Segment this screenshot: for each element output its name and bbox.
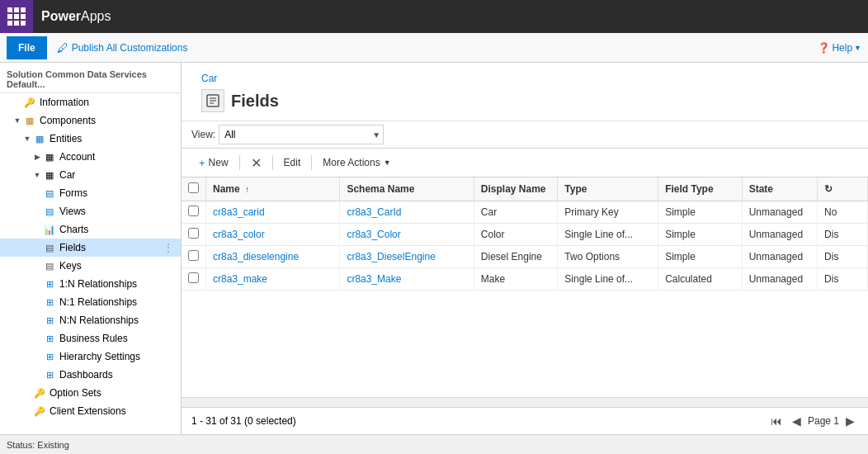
client-ext-icon: 🔑	[33, 404, 46, 418]
n1-rel-icon: ⊞	[43, 296, 56, 309]
col-header-schema[interactable]: Schema Name	[340, 177, 474, 201]
more-actions-button[interactable]: More Actions ▼	[315, 152, 398, 173]
command-bar: File 🖊 Publish All Customizations ❓ Help…	[0, 33, 868, 63]
sidebar-item-hier-settings[interactable]: ⊞ Hierarchy Settings	[0, 348, 181, 366]
first-page-button[interactable]: ⏮	[767, 413, 785, 429]
page-title: Fields	[231, 92, 279, 111]
sidebar-item-label: Business Rules	[59, 333, 128, 344]
row-req-cell: Dis	[818, 224, 868, 246]
more-actions-chevron-icon: ▼	[384, 158, 391, 167]
view-selector-row: View: All Custom Managed Unmanaged ▼	[182, 121, 868, 149]
sidebar-item-label: Forms	[59, 187, 87, 199]
row-name-link[interactable]: cr8a3_make	[213, 273, 267, 285]
file-button[interactable]: File	[7, 36, 47, 59]
expand-arrow-icon: ▼	[23, 135, 31, 143]
sidebar-item-label: Components	[40, 115, 96, 126]
row-state-cell: Unmanaged	[742, 268, 817, 291]
row-schema-link[interactable]: cr8a3_CarId	[347, 206, 401, 218]
delete-button[interactable]: ✕	[243, 152, 269, 173]
table-row: cr8a3_color cr8a3_Color Color Single Lin…	[182, 224, 868, 246]
resize-handle: ⋮	[163, 246, 174, 250]
row-name-link[interactable]: cr8a3_carid	[213, 206, 265, 218]
row-name-link[interactable]: cr8a3_dieselengine	[213, 251, 299, 262]
row-req-cell: No	[818, 201, 868, 224]
expand-arrow-icon	[23, 407, 31, 415]
sidebar-item-keys[interactable]: ▤ Keys	[0, 257, 181, 275]
sidebar-item-forms[interactable]: ▤ Forms	[0, 184, 181, 202]
expand-arrow-icon	[23, 389, 31, 397]
sidebar-item-fields[interactable]: ▤ Fields ⋮	[0, 239, 181, 257]
row-type-cell: Primary Key	[558, 201, 658, 224]
col-header-display[interactable]: Display Name	[474, 177, 558, 201]
col-header-type[interactable]: Type	[558, 177, 658, 201]
help-button[interactable]: ❓ Help ▼	[818, 42, 861, 54]
sidebar-item-label: Hierarchy Settings	[59, 351, 140, 362]
sidebar-item-components[interactable]: ▼ ▦ Components	[0, 111, 181, 130]
sidebar-item-entities[interactable]: ▼ ▦ Entities	[0, 130, 181, 148]
select-all-checkbox[interactable]	[188, 182, 199, 193]
sidebar-item-label: Entities	[50, 133, 82, 144]
row-checkbox[interactable]	[188, 272, 199, 283]
sidebar-item-biz-rules[interactable]: ⊞ Business Rules	[0, 329, 181, 348]
col-header-fieldtype[interactable]: Field Type	[658, 177, 743, 201]
edit-label: Edit	[284, 157, 301, 168]
sidebar-item-client-ext[interactable]: 🔑 Client Extensions	[0, 402, 181, 420]
row-display-cell: Car	[474, 201, 558, 224]
entity-icon	[201, 89, 224, 112]
row-checkbox[interactable]	[188, 250, 199, 261]
sidebar-item-label: N:1 Relationships	[59, 296, 137, 308]
car-icon: ▦	[43, 168, 56, 182]
sidebar-item-views[interactable]: ▤ Views	[0, 202, 181, 220]
row-checkbox[interactable]	[188, 228, 199, 239]
expand-arrow-icon: ▼	[33, 171, 41, 179]
biz-rules-icon: ⊞	[43, 332, 56, 345]
sidebar-item-car[interactable]: ▼ ▦ Car	[0, 166, 181, 184]
entities-icon: ▦	[33, 132, 46, 145]
new-label: New	[209, 157, 229, 168]
col-header-name[interactable]: Name ↑	[206, 177, 340, 201]
breadcrumb-car-link[interactable]: Car	[201, 73, 217, 84]
new-button[interactable]: + New	[191, 152, 236, 173]
sidebar-header: Solution Common Data Services Default...	[0, 63, 181, 93]
row-name-cell: cr8a3_dieselengine	[206, 246, 340, 268]
sidebar: Solution Common Data Services Default...…	[0, 63, 182, 434]
sidebar-item-charts[interactable]: 📊 Charts	[0, 220, 181, 239]
page-title-row: Fields	[191, 89, 858, 117]
row-state-cell: Unmanaged	[742, 246, 817, 268]
row-display-cell: Color	[474, 224, 558, 246]
status-bar: Status: Existing	[0, 434, 868, 454]
sidebar-item-nn-rel[interactable]: ⊞ N:N Relationships	[0, 311, 181, 329]
row-schema-link[interactable]: cr8a3_Color	[347, 229, 400, 240]
next-page-button[interactable]: ▶	[842, 413, 858, 429]
view-select[interactable]: All Custom Managed Unmanaged	[219, 125, 384, 144]
app-title: PowerApps	[33, 9, 111, 24]
information-icon: 🔑	[23, 96, 36, 109]
app-name-suffix: Apps	[81, 9, 111, 23]
sidebar-item-account[interactable]: ▶ ▦ Account	[0, 148, 181, 166]
row-schema-link[interactable]: cr8a3_DieselEngine	[347, 251, 435, 262]
view-label: View:	[191, 129, 215, 140]
publish-button[interactable]: 🖊 Publish All Customizations	[57, 41, 188, 54]
horizontal-scrollbar[interactable]	[182, 397, 868, 407]
row-fieldtype-cell: Simple	[658, 246, 743, 268]
sidebar-item-option-sets[interactable]: 🔑 Option Sets	[0, 384, 181, 402]
more-actions-label: More Actions	[323, 157, 380, 168]
col-header-req[interactable]: ↻	[818, 177, 868, 201]
row-fieldtype-cell: Calculated	[658, 268, 743, 291]
sidebar-item-1n-rel[interactable]: ⊞ 1:N Relationships	[0, 275, 181, 293]
prev-page-button[interactable]: ◀	[789, 413, 804, 429]
row-name-cell: cr8a3_carid	[206, 201, 340, 224]
col-header-state[interactable]: State	[742, 177, 817, 201]
views-icon: ▤	[43, 205, 56, 218]
row-name-link[interactable]: cr8a3_color	[213, 229, 265, 240]
action-separator	[239, 155, 240, 170]
sidebar-item-information[interactable]: 🔑 Information	[0, 93, 181, 111]
row-checkbox[interactable]	[188, 206, 199, 216]
sidebar-item-n1-rel[interactable]: ⊞ N:1 Relationships	[0, 293, 181, 311]
sidebar-item-label: Charts	[59, 224, 88, 235]
edit-button[interactable]: Edit	[276, 152, 309, 173]
action-separator-3	[311, 155, 312, 170]
row-schema-link[interactable]: cr8a3_Make	[347, 273, 401, 285]
waffle-button[interactable]	[0, 0, 33, 33]
sidebar-item-dashboards[interactable]: ⊞ Dashboards	[0, 366, 181, 384]
